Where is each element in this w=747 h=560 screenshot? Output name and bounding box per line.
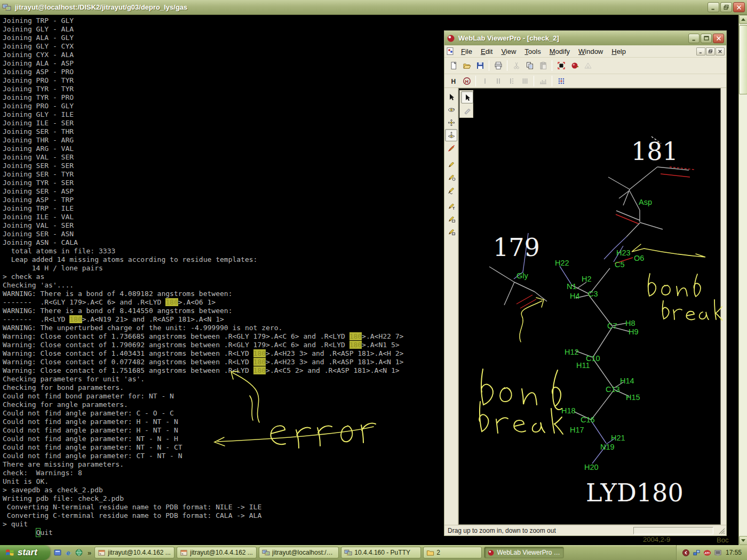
- atom-label-n19: N19: [600, 443, 615, 451]
- bond: [514, 282, 535, 292]
- minimize-icon: [710, 4, 717, 11]
- svg-text:A: A: [586, 65, 589, 69]
- atom-label-asp: Asp: [639, 198, 652, 206]
- open-folder-button[interactable]: [460, 59, 473, 72]
- line-style-double-button[interactable]: [491, 75, 505, 87]
- hand-drawn-break-word-left: [479, 402, 488, 431]
- viewer-titlebar[interactable]: WebLab ViewerPro - [check_2]: [444, 31, 726, 45]
- atom-label-h22: H22: [555, 259, 569, 267]
- line-style-triple-button[interactable]: [518, 75, 531, 87]
- ql-app-quicklaunch-button[interactable]: [53, 548, 62, 557]
- desktop: jitrayut@localhost:/DISK2/jitrayut/g03/d…: [0, 0, 747, 560]
- menu-window[interactable]: Window: [574, 46, 607, 57]
- hydrogen-circle-button[interactable]: H: [460, 75, 473, 87]
- scroll-up-icon[interactable]: [739, 15, 747, 24]
- copy-button[interactable]: [523, 59, 536, 72]
- print-button[interactable]: [491, 59, 505, 72]
- start-label: start: [18, 547, 37, 558]
- bond: [489, 267, 514, 282]
- translate-tool-button[interactable]: [445, 116, 457, 129]
- select-cursor-button[interactable]: [461, 91, 473, 103]
- quick-launch-overflow-icon[interactable]: »: [86, 549, 92, 557]
- mdi-restore-button[interactable]: [706, 47, 715, 55]
- ql-ie-quicklaunch-button[interactable]: e: [64, 548, 73, 557]
- menu-view[interactable]: View: [497, 46, 520, 57]
- terminal-titlebar[interactable]: jitrayut@localhost:/DISK2/jitrayut/g03/d…: [0, 0, 747, 15]
- atom-dots-icon: [557, 77, 566, 85]
- new-file-button[interactable]: [447, 59, 460, 72]
- atom-dots-button[interactable]: [554, 75, 568, 87]
- scrollbar-thumb[interactable]: [739, 25, 747, 94]
- viewer-minimize-button[interactable]: [688, 34, 700, 43]
- menu-help[interactable]: Help: [607, 46, 630, 57]
- pencil-circle-button[interactable]: [445, 171, 457, 183]
- hand-drawn-gly-arrow: [536, 298, 544, 307]
- tray-ati-icon: ATI: [703, 549, 711, 557]
- save-button[interactable]: [473, 59, 487, 72]
- menu-edit[interactable]: Edit: [476, 46, 497, 57]
- zoom-tool-button[interactable]: [445, 129, 457, 141]
- fit-selection-icon: [557, 61, 566, 70]
- chart-icon: [539, 77, 547, 85]
- ql-ie-icon: e: [64, 548, 73, 557]
- taskbar-item-3[interactable]: 10.4.4.160 - PuTTY: [341, 547, 421, 558]
- tray-chevron-button[interactable]: [682, 549, 690, 557]
- eraser-button[interactable]: [461, 104, 473, 116]
- terminal-scrollbar[interactable]: [738, 15, 747, 545]
- fit-selection-button[interactable]: [554, 59, 568, 72]
- viewer-close-button[interactable]: [713, 34, 724, 43]
- paste-icon: [539, 61, 547, 70]
- terminal-line: Joining TRP - GLY: [3, 17, 738, 25]
- svg-text:H: H: [465, 78, 468, 84]
- taskbar-item-1[interactable]: jitrayut@10.4.4.162 ...: [177, 547, 257, 558]
- rotate-tool-button[interactable]: [445, 103, 457, 116]
- chart-button[interactable]: [536, 75, 550, 87]
- molecule-viewport[interactable]: GlyAspH22N1H2H4C3H23O6C5C7H8H9H12C10H11H…: [458, 88, 721, 525]
- cut-button[interactable]: [510, 59, 523, 72]
- menu-tools[interactable]: Tools: [520, 46, 545, 57]
- menu-modify[interactable]: Modify: [545, 46, 574, 57]
- tray-net-button[interactable]: [693, 549, 701, 557]
- residue-label-181: 181: [631, 137, 678, 166]
- menu-file[interactable]: File: [457, 46, 476, 57]
- terminal-close-button[interactable]: [733, 2, 745, 12]
- ql-globe-quicklaunch-button[interactable]: [75, 548, 83, 557]
- measure-button[interactable]: A: [581, 59, 594, 72]
- render-sphere-button[interactable]: [568, 59, 581, 72]
- line-style-dash-button[interactable]: [505, 75, 518, 87]
- hydrogen-button[interactable]: H: [447, 75, 460, 87]
- svg-text:T: T: [452, 206, 455, 210]
- terminal-minimize-button[interactable]: [708, 2, 719, 12]
- taskbar-item-2[interactable]: jitrayut@localhost:/D...: [259, 547, 339, 558]
- select-cursor-button[interactable]: [445, 91, 457, 103]
- status-hint: Drag up to zoom in, down to zoom out: [448, 527, 556, 534]
- start-button[interactable]: start: [0, 545, 50, 560]
- line-style-single-icon: [481, 77, 489, 85]
- hide-pencil-button[interactable]: [445, 142, 457, 154]
- terminal-restore-button[interactable]: [720, 2, 732, 12]
- pencil-box2-button[interactable]: [445, 225, 457, 237]
- scroll-down-icon[interactable]: [739, 536, 747, 545]
- mdi-minimize-button[interactable]: [696, 47, 705, 55]
- open-folder-icon: [463, 61, 471, 70]
- tool-palette: T: [444, 88, 458, 525]
- pencil-button[interactable]: [445, 158, 457, 170]
- pencil-wave-button[interactable]: [445, 183, 457, 196]
- taskbar-item-4[interactable]: 2: [423, 547, 482, 558]
- paste-button[interactable]: [536, 59, 550, 72]
- line-style-single-button[interactable]: [478, 75, 491, 87]
- bond: [608, 177, 630, 189]
- maximize-icon: [703, 35, 710, 42]
- bond: [535, 292, 547, 301]
- resize-grip-icon[interactable]: [718, 527, 726, 535]
- taskbar-item-0[interactable]: jitrayut@10.4.4.162 ...: [94, 547, 174, 558]
- pencil-box-button[interactable]: [445, 212, 457, 225]
- tray-ati-button[interactable]: ATI: [703, 549, 711, 557]
- pencil-text-button[interactable]: T: [445, 199, 457, 212]
- viewer-maximize-button[interactable]: [701, 34, 712, 43]
- hand-drawn-bond-word-left: [552, 370, 562, 410]
- toolbar-separator: [489, 60, 489, 71]
- taskbar-item-5[interactable]: WebLab ViewerPro - [...: [484, 547, 564, 558]
- tray-display-button[interactable]: [714, 549, 722, 557]
- mdi-close-button[interactable]: [716, 47, 725, 55]
